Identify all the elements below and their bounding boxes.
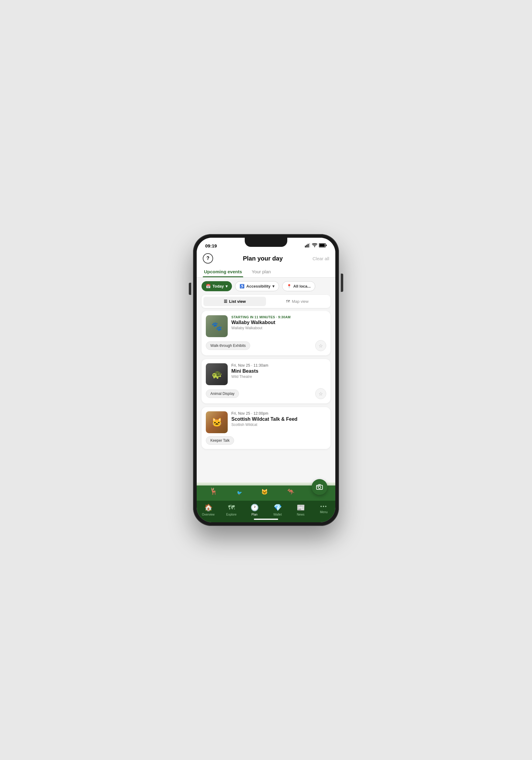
- signal-icon: [305, 243, 311, 248]
- event-bottom-2: Animal Display ☆: [206, 388, 326, 399]
- explore-icon: 🗺: [228, 504, 235, 512]
- status-time: 09:19: [205, 243, 217, 248]
- kangaroo-silhouette: 🦘: [287, 488, 295, 495]
- event-top: STARTING IN 11 MINUTES · 9:30am Wallaby …: [206, 315, 326, 337]
- help-button[interactable]: ?: [203, 253, 213, 263]
- svg-rect-3: [309, 243, 310, 248]
- svg-rect-5: [326, 245, 327, 246]
- nav-item-plan[interactable]: 🕐 Plan: [243, 504, 266, 516]
- event-card-wildcat[interactable]: Fri, Nov 25 · 12:00pm Scottish Wildcat T…: [202, 407, 330, 449]
- nav-label-overview: Overview: [202, 513, 215, 516]
- nav-item-menu[interactable]: ••• Menu: [312, 504, 335, 516]
- event-subtitle-wallaby: Wallaby Walkabout: [231, 326, 326, 330]
- status-icons: [305, 243, 327, 248]
- location-icon: 📍: [287, 284, 292, 289]
- home-icon: 🏠: [204, 504, 213, 512]
- chevron-down-icon: ▾: [225, 284, 228, 289]
- phone-device: 09:19: [193, 234, 339, 526]
- map-view-button[interactable]: 🗺 Map view: [266, 297, 329, 306]
- filter-today[interactable]: 📅 Today ▾: [202, 281, 232, 291]
- chevron-down-icon-2: ▾: [272, 284, 274, 289]
- camera-fab-button[interactable]: [312, 479, 327, 495]
- events-list: STARTING IN 11 MINUTES · 9:30am Wallaby …: [197, 311, 335, 483]
- cat-silhouette: 🐱: [261, 489, 268, 495]
- wallet-icon: 💎: [273, 504, 282, 512]
- event-card-minibeasts[interactable]: Fri, Nov 25 · 11:30am Mini Beasts Wild T…: [202, 359, 330, 404]
- help-icon: ?: [207, 256, 210, 261]
- event-time-label-wildcat: Fri, Nov 25 · 12:00pm: [231, 411, 326, 415]
- nav-item-wallet[interactable]: 💎 Wallet: [266, 504, 289, 516]
- nav-label-menu: Menu: [320, 510, 327, 514]
- tab-your-plan[interactable]: Your plan: [251, 266, 272, 277]
- event-image-minibeasts: [206, 363, 228, 385]
- event-info: STARTING IN 11 MINUTES · 9:30am Wallaby …: [231, 315, 326, 337]
- map-icon: 🗺: [286, 299, 290, 304]
- list-icon: ☰: [224, 299, 227, 304]
- event-tag-minibeasts: Animal Display: [206, 389, 239, 398]
- event-info-2: Fri, Nov 25 · 11:30am Mini Beasts Wild T…: [231, 363, 326, 385]
- star-button-wallaby[interactable]: ☆: [315, 340, 326, 351]
- bottom-navigation: 🏠 Overview 🗺 Explore 🕐 Plan 💎 Wallet 📰 N…: [197, 501, 335, 522]
- event-subtitle-wildcat: Scottish Wildcat: [231, 423, 326, 427]
- event-tag-wallaby: Walk-through Exhibits: [206, 341, 250, 350]
- plan-icon: 🕐: [251, 504, 259, 512]
- event-bottom: Walk-through Exhibits ☆: [206, 340, 326, 351]
- event-top-2: Fri, Nov 25 · 11:30am Mini Beasts Wild T…: [206, 363, 326, 385]
- event-image-wallaby: [206, 315, 228, 337]
- main-tabs: Upcoming events Your plan: [197, 263, 335, 277]
- phone-screen: 09:19: [197, 238, 335, 522]
- svg-rect-0: [305, 246, 306, 248]
- list-view-button[interactable]: ☰ List view: [203, 297, 266, 306]
- nav-item-explore[interactable]: 🗺 Explore: [220, 504, 243, 516]
- event-info-3: Fri, Nov 25 · 12:00pm Scottish Wildcat T…: [231, 411, 326, 433]
- menu-icon: •••: [320, 504, 327, 509]
- event-tag-wildcat: Keeper Talk: [206, 436, 234, 445]
- nav-label-wallet: Wallet: [273, 513, 281, 516]
- event-card-wallaby[interactable]: STARTING IN 11 MINUTES · 9:30am Wallaby …: [202, 311, 330, 356]
- accessibility-icon: ♿: [240, 284, 244, 289]
- page-title: Plan your day: [243, 255, 283, 262]
- event-top-3: Fri, Nov 25 · 12:00pm Scottish Wildcat T…: [206, 411, 326, 433]
- nav-item-news[interactable]: 📰 News: [289, 504, 312, 516]
- view-toggle: ☰ List view 🗺 Map view: [202, 295, 330, 308]
- notch: [245, 238, 287, 247]
- event-image-wildcat: [206, 411, 228, 433]
- star-button-minibeasts[interactable]: ☆: [315, 388, 326, 399]
- svg-rect-2: [308, 244, 309, 248]
- nav-label-plan: Plan: [251, 513, 258, 516]
- side-button-volume: [189, 283, 191, 295]
- svg-rect-9: [317, 486, 318, 487]
- event-title-wallaby: Wallaby Walkabout: [231, 320, 326, 325]
- nav-item-overview[interactable]: 🏠 Overview: [197, 504, 220, 516]
- battery-icon: [319, 243, 327, 248]
- nav-label-news: News: [297, 513, 304, 516]
- calendar-icon: 📅: [206, 284, 211, 289]
- filter-location[interactable]: 📍 All loca...: [282, 281, 315, 291]
- event-time-label-wallaby: STARTING IN 11 MINUTES · 9:30am: [231, 315, 326, 319]
- event-time-label-minibeasts: Fri, Nov 25 · 11:30am: [231, 363, 326, 367]
- event-subtitle-minibeasts: Wild Theatre: [231, 374, 326, 379]
- event-title-minibeasts: Mini Beasts: [231, 368, 326, 374]
- wifi-icon: [312, 243, 317, 248]
- svg-rect-6: [319, 244, 325, 247]
- news-icon: 📰: [297, 504, 305, 512]
- filter-accessibility[interactable]: ♿ Accessibility ▾: [235, 281, 279, 291]
- nav-label-explore: Explore: [226, 513, 236, 516]
- side-button-power: [341, 274, 343, 292]
- deer-silhouette: 🦌: [210, 487, 218, 495]
- tab-upcoming-events[interactable]: Upcoming events: [203, 266, 243, 277]
- event-title-wildcat: Scottish Wildcat Talk & Feed: [231, 416, 326, 422]
- event-bottom-3: Keeper Talk: [206, 436, 326, 445]
- svg-rect-1: [307, 245, 307, 248]
- filter-row: 📅 Today ▾ ♿ Accessibility ▾ 📍 All loca..…: [197, 277, 335, 295]
- bird-silhouette: 🐦: [237, 490, 242, 495]
- home-indicator: [254, 519, 278, 520]
- header: ? Plan your day Clear all: [197, 251, 335, 263]
- clear-all-button[interactable]: Clear all: [313, 256, 329, 261]
